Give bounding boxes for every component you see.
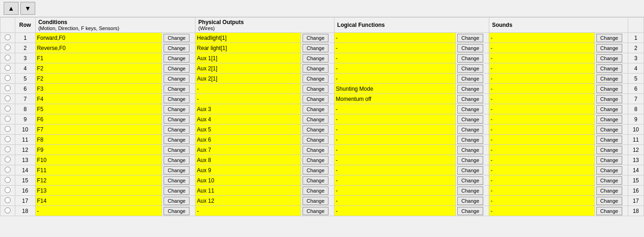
table-row: 16F13ChangeAux 11Change-Change-Change16 [0,186,644,196]
condition-change-button[interactable]: Change [164,85,189,93]
sound-change-button[interactable]: Change [596,34,622,42]
condition-change-button[interactable]: Change [164,197,189,205]
condition-change-button[interactable]: Change [164,44,189,52]
physical-change-button[interactable]: Change [303,115,328,124]
sound-change-button[interactable]: Change [596,125,622,134]
logical-change-button[interactable]: Change [457,75,483,83]
row-radio[interactable] [5,95,11,101]
row-radio[interactable] [5,85,11,91]
physical-change-button[interactable]: Change [303,75,328,83]
row-radio[interactable] [5,167,11,173]
logical-change-button[interactable]: Change [457,115,483,124]
condition-change-button[interactable]: Change [164,125,189,134]
sound-change-button[interactable]: Change [596,75,622,83]
row-radio[interactable] [5,55,11,61]
physical-change-button[interactable]: Change [303,44,328,52]
logical-change-button[interactable]: Change [457,197,483,205]
row-radio[interactable] [5,146,11,152]
sound-change-button[interactable]: Change [596,136,622,144]
row-radio[interactable] [5,75,11,81]
physical-change-button[interactable]: Change [303,85,328,93]
sound-change-button[interactable]: Change [596,166,622,175]
conditions-sub: (Motion, Direction, F keys, Sensors) [38,25,120,31]
physical-change-button[interactable]: Change [303,187,328,195]
condition-change-button[interactable]: Change [164,156,189,164]
row-radio[interactable] [5,65,11,71]
condition-change-button[interactable]: Change [164,146,189,154]
logical-change-button[interactable]: Change [457,64,483,73]
condition-change-button[interactable]: Change [164,187,189,195]
condition-change-button[interactable]: Change [164,95,189,103]
physical-change-button[interactable]: Change [303,136,328,144]
logical-change-button[interactable]: Change [457,146,483,154]
table-row: 18-Change-Change-Change-Change18 [0,206,644,216]
logical-change-button[interactable]: Change [457,156,483,164]
physical-change-cell: Change [301,74,335,84]
sound-change-button[interactable]: Change [596,64,622,73]
physical-change-button[interactable]: Change [303,95,328,103]
sound-change-button[interactable]: Change [596,115,622,124]
condition-change-button[interactable]: Change [164,75,189,83]
logical-change-button[interactable]: Change [457,105,483,113]
physical-change-button[interactable]: Change [303,54,328,62]
condition-change-button[interactable]: Change [164,207,189,215]
row-radio[interactable] [5,136,11,142]
sound-change-button[interactable]: Change [596,146,622,154]
logical-change-button[interactable]: Change [457,95,483,103]
sound-change-button[interactable]: Change [596,105,622,113]
logical-change-button[interactable]: Change [457,34,483,42]
row-radio[interactable] [5,106,11,112]
sound-change-button[interactable]: Change [596,207,622,215]
sound-value: - [489,53,594,63]
physical-change-button[interactable]: Change [303,176,328,185]
logical-change-button[interactable]: Change [457,136,483,144]
row-radio[interactable] [5,177,11,183]
sound-change-button[interactable]: Change [596,44,622,52]
condition-change-button[interactable]: Change [164,115,189,124]
row-radio[interactable] [5,44,11,50]
sound-change-button[interactable]: Change [596,197,622,205]
logical-change-button[interactable]: Change [457,85,483,93]
condition-change-button[interactable]: Change [164,176,189,185]
physical-change-cell: Change [301,43,335,53]
row-radio[interactable] [5,156,11,162]
row-radio[interactable] [5,116,11,122]
logical-change-button[interactable]: Change [457,187,483,195]
right-number: 3 [628,53,644,63]
row-radio[interactable] [5,187,11,193]
condition-change-button[interactable]: Change [164,136,189,144]
condition-change-button[interactable]: Change [164,105,189,113]
physical-change-button[interactable]: Change [303,105,328,113]
sound-change-button[interactable]: Change [596,54,622,62]
condition-change-button[interactable]: Change [164,166,189,175]
condition-change-button[interactable]: Change [164,54,189,62]
row-radio[interactable] [5,34,11,40]
physical-change-button[interactable]: Change [303,125,328,134]
sound-change-button[interactable]: Change [596,85,622,93]
physical-change-button[interactable]: Change [303,166,328,175]
physical-change-button[interactable]: Change [303,207,328,215]
logical-change-button[interactable]: Change [457,207,483,215]
down-button[interactable]: ▼ [20,2,35,15]
physical-change-button[interactable]: Change [303,64,328,73]
sound-change-button[interactable]: Change [596,156,622,164]
condition-change-button[interactable]: Change [164,64,189,73]
sound-change-button[interactable]: Change [596,95,622,103]
up-button[interactable]: ▲ [4,2,19,15]
row-number: 16 [15,186,35,196]
logical-change-button[interactable]: Change [457,44,483,52]
condition-change-button[interactable]: Change [164,34,189,42]
physical-change-button[interactable]: Change [303,197,328,205]
physical-change-button[interactable]: Change [303,146,328,154]
logical-change-button[interactable]: Change [457,54,483,62]
row-radio[interactable] [5,126,11,132]
row-radio[interactable] [5,197,11,203]
logical-change-button[interactable]: Change [457,125,483,134]
sound-change-button[interactable]: Change [596,176,622,185]
physical-change-button[interactable]: Change [303,156,328,164]
row-radio[interactable] [5,207,11,213]
logical-change-button[interactable]: Change [457,166,483,175]
physical-change-button[interactable]: Change [303,34,328,42]
logical-change-button[interactable]: Change [457,176,483,185]
sound-change-button[interactable]: Change [596,187,622,195]
